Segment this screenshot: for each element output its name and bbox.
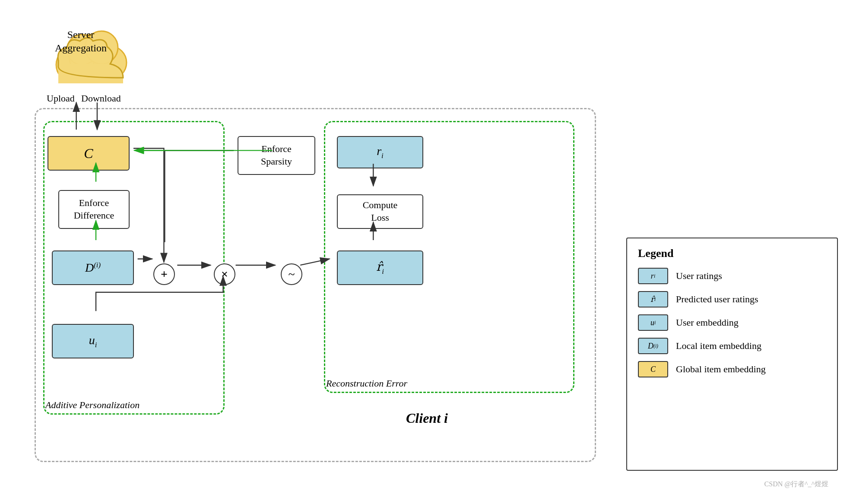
legend-label-rhat: Predicted user ratings — [676, 294, 758, 305]
main-container: ServerAggregation Upload Download C Enfo… — [9, 9, 841, 495]
box-rhat: r̂i — [337, 250, 423, 285]
legend-item-Di: D(i) Local item embedding — [638, 338, 826, 354]
times-operator: × — [214, 263, 235, 285]
label-reconstruction-error: Reconstruction Error — [326, 378, 407, 389]
legend-label-ui: User embedding — [676, 317, 739, 328]
legend-swatch-Di: D(i) — [638, 338, 668, 354]
box-Di: D(i) — [52, 250, 134, 285]
legend-label-C: Global item embedding — [676, 364, 766, 375]
label-client: Client i — [406, 410, 448, 426]
legend-item-C: C Global item embedding — [638, 361, 826, 377]
upload-label: Upload — [47, 93, 75, 104]
plus-operator: + — [153, 263, 175, 285]
watermark: CSDN @行者^_^煜煜 — [764, 480, 828, 489]
box-ui: ui — [52, 324, 134, 358]
legend-swatch-rhat: r̂i — [638, 291, 668, 307]
legend-item-ui: ui User embedding — [638, 314, 826, 331]
legend-swatch-ui: ui — [638, 314, 668, 331]
legend-item-ri: ri User ratings — [638, 268, 826, 284]
download-label: Download — [81, 93, 121, 104]
label-additive-personalization: Additive Personalization — [45, 399, 140, 411]
box-enforce-difference: EnforceDifference — [58, 190, 130, 229]
legend-label-ri: User ratings — [676, 270, 722, 282]
legend-swatch-ri: ri — [638, 268, 668, 284]
tilde-operator: ~ — [281, 263, 302, 285]
cloud-label: ServerAggregation — [48, 28, 113, 55]
box-ri: ri — [337, 136, 423, 168]
legend-swatch-C: C — [638, 361, 668, 377]
box-C: C — [48, 136, 130, 171]
legend-item-rhat: r̂i Predicted user ratings — [638, 291, 826, 307]
legend-title: Legend — [638, 247, 826, 260]
box-enforce-sparsity: EnforceSparsity — [238, 136, 315, 175]
box-compute-loss: ComputeLoss — [337, 194, 423, 229]
legend-box: Legend ri User ratings r̂i Predicted use… — [626, 238, 838, 471]
legend-label-Di: Local item embedding — [676, 340, 761, 352]
